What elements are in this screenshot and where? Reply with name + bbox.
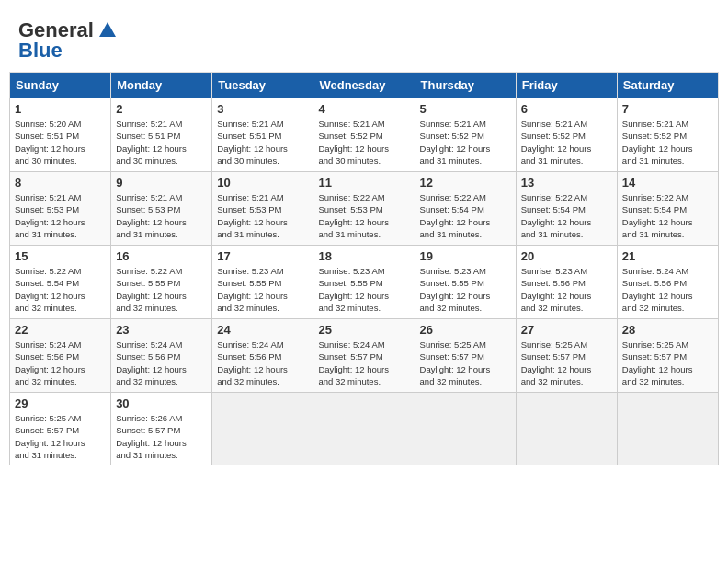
logo: General Blue [18,18,118,63]
day-info: Sunrise: 5:26 AM Sunset: 5:57 PM Dayligh… [116,412,207,461]
calendar-day-22: 22Sunrise: 5:24 AM Sunset: 5:56 PM Dayli… [10,319,111,393]
column-header-tuesday: Tuesday [212,73,313,98]
day-number: 24 [217,323,308,337]
calendar-day-29: 29Sunrise: 5:25 AM Sunset: 5:57 PM Dayli… [10,393,111,465]
calendar-day-5: 5Sunrise: 5:21 AM Sunset: 5:52 PM Daylig… [415,98,516,172]
calendar-day-1: 1Sunrise: 5:20 AM Sunset: 5:51 PM Daylig… [10,98,111,172]
day-number: 27 [521,323,612,337]
calendar-day-2: 2Sunrise: 5:21 AM Sunset: 5:51 PM Daylig… [111,98,212,172]
day-number: 22 [15,323,106,337]
logo-icon [97,20,118,40]
day-number: 5 [420,102,511,116]
calendar-day-14: 14Sunrise: 5:22 AM Sunset: 5:54 PM Dayli… [617,172,718,246]
calendar-week-5: 29Sunrise: 5:25 AM Sunset: 5:57 PM Dayli… [10,393,719,465]
column-header-saturday: Saturday [617,73,718,98]
calendar-table: SundayMondayTuesdayWednesdayThursdayFrid… [9,72,719,465]
day-number: 29 [15,396,106,410]
calendar-week-2: 8Sunrise: 5:21 AM Sunset: 5:53 PM Daylig… [10,172,719,246]
day-number: 12 [420,176,511,190]
day-number: 18 [318,249,409,263]
calendar-day-3: 3Sunrise: 5:21 AM Sunset: 5:51 PM Daylig… [212,98,313,172]
day-info: Sunrise: 5:21 AM Sunset: 5:53 PM Dayligh… [116,191,207,240]
day-number: 17 [217,249,308,263]
day-info: Sunrise: 5:21 AM Sunset: 5:52 PM Dayligh… [420,118,511,167]
calendar-day-7: 7Sunrise: 5:21 AM Sunset: 5:52 PM Daylig… [617,98,718,172]
calendar-day-empty [212,393,313,465]
calendar-day-8: 8Sunrise: 5:21 AM Sunset: 5:53 PM Daylig… [10,172,111,246]
calendar-day-23: 23Sunrise: 5:24 AM Sunset: 5:56 PM Dayli… [111,319,212,393]
day-info: Sunrise: 5:24 AM Sunset: 5:56 PM Dayligh… [15,339,106,387]
day-info: Sunrise: 5:23 AM Sunset: 5:55 PM Dayligh… [318,265,409,314]
calendar-header-row: SundayMondayTuesdayWednesdayThursdayFrid… [10,73,719,98]
column-header-monday: Monday [111,73,212,98]
calendar-day-empty [415,393,516,465]
day-number: 16 [116,249,207,263]
day-info: Sunrise: 5:24 AM Sunset: 5:56 PM Dayligh… [116,339,207,387]
calendar-day-30: 30Sunrise: 5:26 AM Sunset: 5:57 PM Dayli… [111,393,212,465]
day-number: 14 [622,176,713,190]
day-info: Sunrise: 5:25 AM Sunset: 5:57 PM Dayligh… [15,412,106,461]
calendar-day-13: 13Sunrise: 5:22 AM Sunset: 5:54 PM Dayli… [516,172,617,246]
calendar-day-empty [516,393,617,465]
column-header-wednesday: Wednesday [313,73,415,98]
calendar-day-4: 4Sunrise: 5:21 AM Sunset: 5:52 PM Daylig… [313,98,415,172]
day-info: Sunrise: 5:21 AM Sunset: 5:52 PM Dayligh… [622,118,713,167]
day-info: Sunrise: 5:21 AM Sunset: 5:53 PM Dayligh… [217,191,308,240]
calendar-day-20: 20Sunrise: 5:23 AM Sunset: 5:56 PM Dayli… [516,246,617,319]
day-number: 23 [116,323,207,337]
day-info: Sunrise: 5:22 AM Sunset: 5:54 PM Dayligh… [15,265,106,314]
day-number: 6 [521,102,612,116]
day-info: Sunrise: 5:22 AM Sunset: 5:54 PM Dayligh… [622,191,713,240]
calendar-day-21: 21Sunrise: 5:24 AM Sunset: 5:56 PM Dayli… [617,246,718,319]
day-info: Sunrise: 5:24 AM Sunset: 5:56 PM Dayligh… [217,339,308,387]
calendar-week-1: 1Sunrise: 5:20 AM Sunset: 5:51 PM Daylig… [10,98,719,172]
logo-blue: Blue [18,39,63,63]
svg-marker-0 [99,22,116,37]
day-number: 28 [622,323,713,337]
day-number: 11 [318,176,409,190]
day-info: Sunrise: 5:22 AM Sunset: 5:53 PM Dayligh… [318,191,409,240]
day-number: 4 [318,102,409,116]
day-info: Sunrise: 5:25 AM Sunset: 5:57 PM Dayligh… [420,339,511,387]
day-number: 13 [521,176,612,190]
calendar-day-19: 19Sunrise: 5:23 AM Sunset: 5:55 PM Dayli… [415,246,516,319]
day-number: 26 [420,323,511,337]
calendar-day-17: 17Sunrise: 5:23 AM Sunset: 5:55 PM Dayli… [212,246,313,319]
day-info: Sunrise: 5:20 AM Sunset: 5:51 PM Dayligh… [15,118,106,167]
calendar-day-empty [313,393,415,465]
day-number: 19 [420,249,511,263]
calendar-day-12: 12Sunrise: 5:22 AM Sunset: 5:54 PM Dayli… [415,172,516,246]
day-number: 9 [116,176,207,190]
day-number: 20 [521,249,612,263]
day-number: 21 [622,249,713,263]
calendar-day-10: 10Sunrise: 5:21 AM Sunset: 5:53 PM Dayli… [212,172,313,246]
day-number: 1 [15,102,106,116]
day-number: 8 [15,176,106,190]
day-number: 2 [116,102,207,116]
column-header-sunday: Sunday [10,73,111,98]
day-info: Sunrise: 5:25 AM Sunset: 5:57 PM Dayligh… [622,339,713,387]
day-info: Sunrise: 5:24 AM Sunset: 5:57 PM Dayligh… [318,339,409,387]
day-info: Sunrise: 5:22 AM Sunset: 5:54 PM Dayligh… [420,191,511,240]
day-number: 10 [217,176,308,190]
calendar-day-11: 11Sunrise: 5:22 AM Sunset: 5:53 PM Dayli… [313,172,415,246]
day-info: Sunrise: 5:25 AM Sunset: 5:57 PM Dayligh… [521,339,612,387]
day-info: Sunrise: 5:21 AM Sunset: 5:52 PM Dayligh… [521,118,612,167]
calendar-week-3: 15Sunrise: 5:22 AM Sunset: 5:54 PM Dayli… [10,246,719,319]
calendar-day-9: 9Sunrise: 5:21 AM Sunset: 5:53 PM Daylig… [111,172,212,246]
day-info: Sunrise: 5:21 AM Sunset: 5:51 PM Dayligh… [116,118,207,167]
calendar-day-empty [617,393,718,465]
column-header-thursday: Thursday [415,73,516,98]
day-info: Sunrise: 5:22 AM Sunset: 5:54 PM Dayligh… [521,191,612,240]
day-number: 7 [622,102,713,116]
calendar-day-18: 18Sunrise: 5:23 AM Sunset: 5:55 PM Dayli… [313,246,415,319]
day-info: Sunrise: 5:23 AM Sunset: 5:56 PM Dayligh… [521,265,612,314]
day-info: Sunrise: 5:22 AM Sunset: 5:55 PM Dayligh… [116,265,207,314]
day-number: 25 [318,323,409,337]
day-info: Sunrise: 5:21 AM Sunset: 5:52 PM Dayligh… [318,118,409,167]
day-info: Sunrise: 5:21 AM Sunset: 5:51 PM Dayligh… [217,118,308,167]
day-number: 30 [116,396,207,410]
page-header: General Blue [9,9,719,67]
calendar-day-27: 27Sunrise: 5:25 AM Sunset: 5:57 PM Dayli… [516,319,617,393]
day-number: 15 [15,249,106,263]
